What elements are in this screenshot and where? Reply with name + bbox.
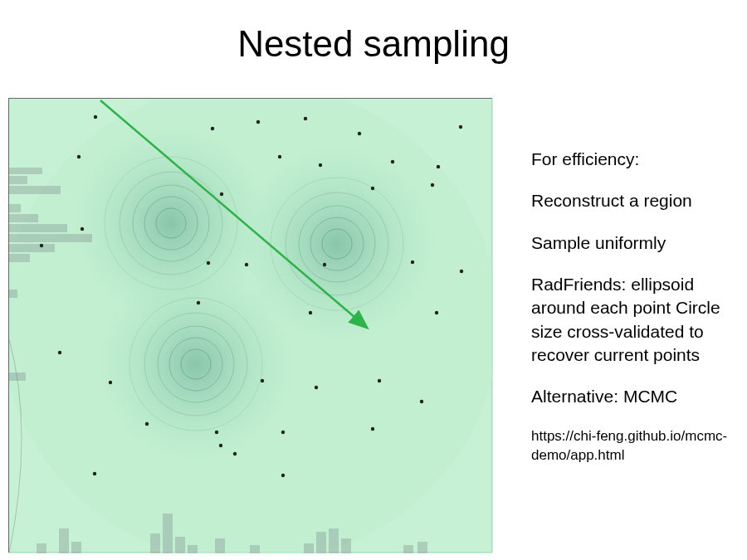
svg-point-71 (58, 351, 61, 354)
svg-rect-46 (417, 542, 427, 553)
svg-rect-35 (150, 533, 160, 553)
page-title: Nested sampling (0, 23, 747, 65)
svg-point-58 (220, 192, 223, 196)
svg-point-69 (309, 311, 312, 314)
svg-rect-24 (9, 204, 21, 212)
svg-point-53 (77, 155, 81, 158)
svg-point-72 (109, 381, 112, 384)
svg-point-62 (81, 227, 84, 231)
svg-point-57 (437, 165, 440, 168)
text-alternative: Alternative: MCMC (531, 385, 744, 408)
svg-rect-44 (341, 538, 351, 553)
svg-point-70 (435, 311, 438, 314)
svg-rect-28 (9, 244, 55, 252)
svg-point-51 (358, 132, 361, 135)
svg-point-60 (431, 183, 434, 187)
text-link: https://chi-feng.github.io/mcmc-demo/app… (531, 427, 744, 465)
svg-point-47 (94, 115, 97, 119)
svg-rect-34 (71, 542, 81, 553)
svg-point-76 (420, 400, 423, 403)
svg-rect-42 (316, 532, 326, 553)
svg-point-67 (460, 270, 463, 273)
svg-point-75 (378, 379, 381, 382)
svg-point-55 (319, 163, 322, 167)
svg-point-65 (323, 263, 326, 266)
svg-point-63 (207, 261, 210, 265)
svg-point-5 (96, 265, 295, 464)
svg-point-77 (145, 422, 149, 426)
svg-rect-38 (188, 545, 198, 553)
svg-rect-43 (329, 528, 339, 553)
svg-point-84 (281, 474, 285, 477)
svg-rect-26 (9, 224, 67, 232)
svg-point-83 (93, 472, 96, 475)
svg-rect-21 (9, 168, 42, 174)
svg-point-56 (391, 160, 394, 163)
svg-point-64 (245, 263, 248, 266)
text-sample: Sample uniformly (531, 231, 744, 255)
svg-point-59 (371, 187, 374, 190)
side-text-column: For efficiency: Reconstruct a region Sam… (531, 148, 744, 465)
svg-rect-41 (304, 543, 314, 553)
svg-rect-40 (250, 545, 260, 553)
svg-point-49 (256, 120, 260, 124)
svg-rect-36 (163, 514, 173, 553)
text-reconstruct: Reconstruct a region (531, 189, 744, 212)
svg-point-68 (197, 301, 200, 304)
svg-point-52 (459, 125, 462, 129)
text-radfriends: RadFriends: ellipsoid around each point … (531, 273, 744, 367)
svg-point-50 (304, 117, 307, 120)
svg-point-66 (411, 261, 414, 264)
svg-point-54 (278, 155, 281, 158)
svg-rect-45 (403, 545, 413, 553)
svg-rect-33 (59, 528, 69, 553)
svg-point-61 (40, 244, 43, 247)
svg-rect-37 (175, 537, 185, 553)
svg-point-78 (215, 431, 218, 434)
svg-rect-32 (37, 543, 46, 553)
svg-point-80 (233, 452, 237, 455)
svg-point-73 (261, 379, 264, 382)
svg-rect-23 (9, 186, 61, 194)
svg-rect-30 (9, 290, 17, 298)
svg-rect-29 (9, 254, 30, 262)
svg-point-81 (281, 431, 285, 434)
svg-point-74 (315, 386, 318, 389)
svg-rect-25 (9, 214, 38, 222)
text-efficiency: For efficiency: (531, 148, 744, 171)
svg-rect-39 (215, 538, 225, 553)
svg-rect-27 (9, 234, 92, 242)
svg-point-48 (211, 127, 214, 130)
svg-point-82 (371, 427, 374, 431)
svg-rect-22 (9, 176, 27, 184)
svg-point-79 (219, 444, 222, 447)
sampling-figure (8, 98, 492, 553)
